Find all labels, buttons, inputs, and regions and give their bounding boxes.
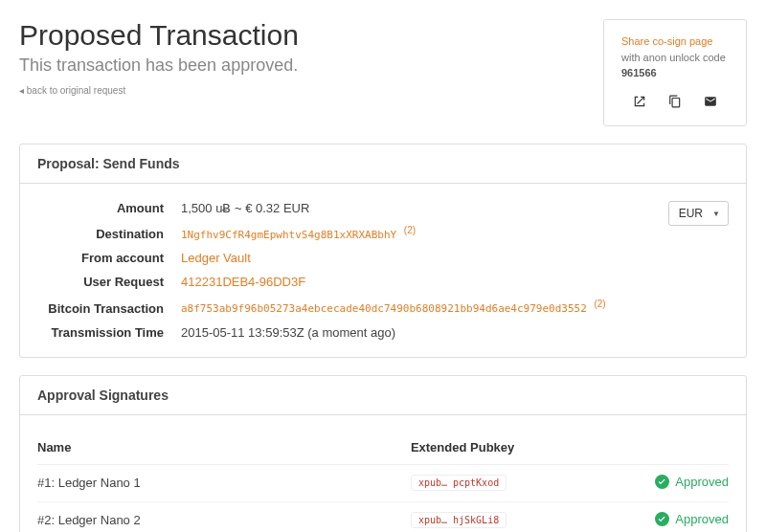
label-transmission-time: Transmission Time [37, 325, 181, 340]
copy-icon[interactable] [668, 95, 682, 113]
signer-name: #1: Ledger Nano 1 [37, 464, 411, 501]
share-box: Share co-sign page with anon unlock code… [603, 19, 747, 126]
approvals-panel-heading: Approval Signatures [20, 376, 746, 415]
table-row: #2: Ledger Nano 2 xpub… hjSkGLi8 Approve… [37, 501, 729, 532]
pubkey-pill[interactable]: xpub… hjSkGLi8 [411, 512, 507, 528]
value-from-account[interactable]: Ledger Vault [181, 251, 251, 265]
value-bitcoin-tx[interactable]: a8f753ab9f96b05273a4ebcecade40dc7490b680… [181, 303, 587, 316]
col-status-header [576, 432, 729, 465]
value-destination[interactable]: 1Ngfhv9CfR4gmEpwhtvS4g8B1xXRXABbhY [181, 229, 396, 241]
label-from-account: From account [37, 251, 181, 265]
pubkey-pill[interactable]: xpub… pcptKxod [411, 475, 507, 491]
currency-select[interactable]: EUR [668, 201, 729, 226]
unlock-code: 961566 [621, 67, 657, 78]
signer-name: #2: Ledger Nano 2 [37, 501, 411, 532]
label-destination: Destination [37, 227, 181, 241]
share-cosign-link[interactable]: Share co-sign page [621, 35, 712, 47]
status-badge: Approved [655, 475, 729, 489]
proposal-panel: Proposal: Send Funds EUR Amount 1,500 uɃ… [19, 144, 747, 358]
share-middle-text: with anon unlock code [621, 52, 726, 63]
value-transmission-time: 2015-05-11 13:59:53Z (a moment ago) [181, 325, 395, 340]
destination-badge: (2) [404, 225, 416, 235]
approvals-panel: Approval Signatures Name Extended Pubkey… [19, 375, 747, 532]
proposal-panel-heading: Proposal: Send Funds [20, 144, 746, 184]
back-link[interactable]: ◂ back to original request [19, 85, 125, 96]
col-pubkey-header: Extended Pubkey [411, 432, 576, 465]
status-text: Approved [675, 475, 729, 489]
currency-select-value: EUR [679, 207, 703, 220]
value-amount: 1,500 uɃ ~ € 0.32 EUR [181, 201, 309, 215]
label-amount: Amount [37, 201, 181, 215]
label-user-request: User Request [37, 275, 181, 289]
check-circle-icon [655, 512, 669, 526]
check-circle-icon [655, 475, 669, 489]
label-bitcoin-tx: Bitcoin Transaction [37, 301, 181, 316]
table-row: #1: Ledger Nano 1 xpub… pcptKxod Approve… [37, 464, 729, 501]
status-text: Approved [675, 512, 729, 526]
open-external-icon[interactable] [633, 95, 646, 113]
page-title: Proposed Transaction [19, 19, 299, 52]
approvals-table: Name Extended Pubkey #1: Ledger Nano 1 x… [37, 432, 729, 532]
page-subtitle: This transaction has been approved. [19, 55, 299, 76]
col-name-header: Name [37, 432, 411, 465]
value-user-request[interactable]: 412231DEB4-96DD3F [181, 275, 305, 289]
mail-icon[interactable] [704, 95, 717, 113]
status-badge: Approved [655, 512, 729, 526]
bitcoin-tx-badge: (2) [594, 299, 605, 309]
